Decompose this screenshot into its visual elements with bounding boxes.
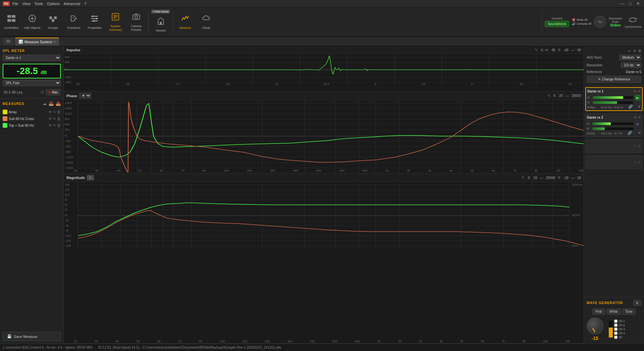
cloud-btn[interactable]: Cloud (196, 8, 216, 35)
menu-file[interactable]: File (12, 2, 18, 6)
right-refresh-icon[interactable]: ↺ (633, 49, 636, 53)
functions-btn[interactable]: Functions (64, 8, 84, 35)
channel-2-play-btn[interactable]: ▶ (635, 121, 641, 127)
measures-import-icon[interactable]: 📥 (49, 101, 54, 106)
magnitude-edit-icon[interactable]: ✎ (522, 175, 525, 180)
wave-white-btn[interactable]: White (606, 308, 621, 315)
system-summary-label: System Summary (107, 24, 124, 32)
tab-close-btn[interactable]: × (53, 40, 56, 44)
groups-btn[interactable]: Groups (43, 8, 63, 35)
wave-channel-checkboxes: Ch 1 Ch 2 Ch 3 Ch 4 (614, 319, 625, 339)
measure-eye-array[interactable]: 👁 (48, 110, 52, 114)
measure-edit-top-sub[interactable]: ✎ (53, 123, 56, 128)
minimize-btn[interactable]: — (618, 1, 626, 6)
wave-volume-value: -15 (587, 336, 603, 341)
wave-pink-btn[interactable]: Pink (592, 308, 605, 315)
svg-rect-7 (49, 16, 52, 19)
wave-ch3-checkbox[interactable] (614, 328, 617, 331)
x-label--9: -9 (275, 82, 278, 86)
unmute-all-btn[interactable]: 🔊 Unmute All (572, 22, 591, 25)
channel-1-link-icon[interactable]: 🔗 (628, 105, 633, 109)
svg-text:-180: -180 (65, 166, 73, 170)
wave-all-checkbox[interactable] (614, 336, 617, 339)
close-btn[interactable]: ✕ (635, 1, 641, 6)
menu-view[interactable]: View (22, 2, 31, 6)
system-summary-btn[interactable]: System Summary (105, 8, 126, 35)
right-arrow-icon[interactable]: ↩ (628, 49, 631, 53)
channel-1-delay: Delay: (587, 106, 596, 109)
soundcheck-btn[interactable]: Soundcheck (545, 21, 569, 27)
venues-btn[interactable]: + New venue Venues (151, 8, 171, 35)
wave-ch4-checkbox[interactable] (614, 332, 617, 335)
system-summary-icon (111, 12, 120, 23)
phase-edit-icon[interactable]: ✎ (547, 94, 551, 98)
properties-label: Properties (88, 26, 101, 30)
channel-1-close2-icon[interactable]: ✕ (638, 105, 641, 109)
channel-slot-3-check-icon[interactable]: ☐ (633, 144, 637, 149)
menu-tools[interactable]: Tools (34, 2, 43, 6)
channel-1-settings-icon[interactable]: ⚙ (633, 89, 637, 94)
measure-color-sub (3, 116, 7, 121)
channel-slot-4-check-icon[interactable]: ☐ (633, 160, 637, 165)
mute-all-btn[interactable]: 🔇 Mute All (572, 18, 591, 21)
spl-source-select[interactable]: Dante rx 1 (3, 55, 61, 61)
svg-text:18: 18 (65, 183, 69, 186)
measure-btn[interactable]: Measure (175, 8, 195, 35)
measure-edit-array[interactable]: ✎ (53, 110, 56, 114)
channel-2-link-icon[interactable]: 🔗 (628, 131, 632, 135)
save-measure-btn[interactable]: 💾 Save Measure (3, 332, 61, 341)
svg-rect-0 (7, 15, 11, 18)
titlebar: RD File View Tools Options Advanced ? — … (0, 0, 644, 7)
camera-presets-btn[interactable]: Camera Presets (126, 8, 146, 35)
tab-measure-system[interactable]: 📊 Measure System × (15, 38, 59, 46)
menu-help[interactable]: ? (84, 2, 86, 6)
rec-btn[interactable]: ● Rec (46, 89, 61, 96)
channel-1-play-btn[interactable]: ▶ (635, 95, 641, 101)
avg-row: AVG Num. Medium (587, 55, 641, 60)
maximize-btn[interactable]: □ (628, 1, 633, 6)
svg-rect-23 (160, 22, 162, 24)
measures-export-icon[interactable]: 📤 (56, 101, 61, 106)
avg-select[interactable]: Medium (619, 55, 641, 60)
right-settings-icon[interactable]: ⚙ (638, 49, 641, 53)
magnitude-c-btn[interactable]: C (87, 175, 94, 180)
controllers-btn[interactable]: Controllers (1, 8, 21, 35)
go-btn[interactable]: Go (594, 16, 606, 28)
phase-title-area: Phase ▼ (66, 93, 91, 99)
channel-2-close2-icon[interactable]: ✕ (638, 131, 641, 135)
wave-ch1-checkbox[interactable] (614, 319, 617, 323)
measure-delete-sub[interactable]: 🗑 (57, 117, 61, 121)
channel-2-close-icon[interactable]: ✕ (638, 115, 641, 120)
menu-advanced[interactable]: Advanced (64, 2, 80, 6)
measure-eye-sub[interactable]: 👁 (48, 117, 52, 121)
channel-1-close-icon[interactable]: ✕ (638, 89, 641, 94)
measure-delete-array[interactable]: 🗑 (57, 110, 61, 114)
wave-pause-btn[interactable]: ⏸ (633, 300, 641, 306)
phase-select[interactable]: ▼ (79, 93, 91, 99)
phase-chart-header: Phase ▼ ✎ X: 20 — 20000 (64, 92, 584, 100)
change-reference-btn[interactable]: ✎ Change Reference (587, 76, 641, 83)
tab-2d[interactable]: 2D (3, 38, 14, 46)
channel-slot-3-settings-icon[interactable]: ⚙ (638, 144, 641, 149)
speaker-icon: 🔊 (572, 22, 576, 25)
add-objects-btn[interactable]: Add Objects (22, 8, 42, 35)
spl-mode-select[interactable]: SPL Fast (3, 80, 61, 86)
measures-upload-icon[interactable]: ☁ (43, 101, 47, 106)
impulse-edit-icon[interactable]: ✎ (535, 48, 538, 52)
properties-btn[interactable]: Properties (85, 8, 105, 35)
wave-ch2-checkbox[interactable] (614, 324, 617, 327)
impulse-title: Impulse (66, 48, 81, 52)
resolution-select[interactable]: 1/3 otc (621, 62, 641, 68)
measure-delete-top-sub[interactable]: 🗑 (57, 123, 61, 128)
menu-options[interactable]: Options (47, 2, 60, 6)
measure-edit-sub[interactable]: ✎ (53, 117, 56, 121)
wave-tone-btn[interactable]: Tone (622, 308, 636, 315)
phase-x-4k: 4k (449, 169, 453, 172)
channel-dante-rx2: Dante rx 2 ⚙ ✕ M ▶ R (585, 114, 643, 137)
svg-text:0%: 0% (572, 244, 578, 247)
channel-2-settings-icon[interactable]: ⚙ (634, 115, 637, 120)
wave-volume-knob[interactable] (587, 317, 603, 334)
channel-slot-4-settings-icon[interactable]: ⚙ (638, 160, 641, 165)
spl-history-btn[interactable]: ↺ (40, 90, 44, 95)
measure-eye-top-sub[interactable]: 👁 (48, 123, 52, 128)
